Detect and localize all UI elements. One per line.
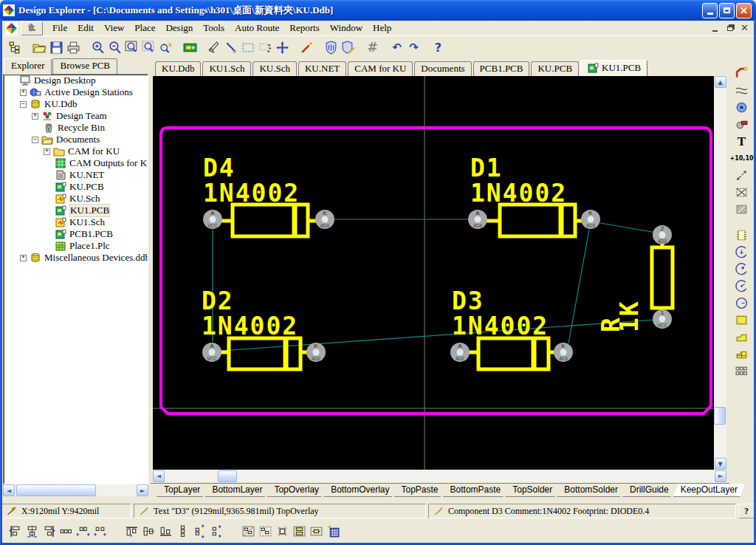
doc-tab-ku-sch[interactable]: KU.Sch: [252, 61, 297, 76]
zoom-document-button[interactable]: [140, 39, 157, 55]
pad[interactable]: A VCC: [203, 210, 222, 229]
scroll-up-icon[interactable]: ▲: [715, 76, 726, 88]
tree-item-ku-ddb[interactable]: −KU.Ddb: [4, 98, 148, 110]
expander-plus-icon[interactable]: +: [32, 113, 38, 120]
distribute-vertical-button[interactable]: [174, 523, 191, 539]
canvas-vscroll-thumb[interactable]: [714, 407, 726, 425]
arc-edge-button[interactable]: [733, 244, 750, 261]
polygon-plane-button[interactable]: [733, 329, 750, 346]
fill-tool-button[interactable]: [733, 312, 750, 329]
dimension-tool-button[interactable]: [733, 167, 750, 184]
layer-tab-keepoutlayer[interactable]: KeepOutLayer: [673, 484, 745, 497]
string-tool-button[interactable]: T: [733, 133, 750, 150]
tree-item-ku-net[interactable]: KU.NET: [4, 169, 148, 181]
interactive-placement-button[interactable]: [325, 523, 342, 539]
doc-tab-cam-for-ku[interactable]: CAM for KU: [348, 61, 413, 76]
tab-explorer[interactable]: Explorer: [4, 58, 52, 75]
via-tool-button[interactable]: [733, 116, 750, 133]
slice-track-button[interactable]: [223, 39, 240, 55]
status-help-button[interactable]: ?: [738, 504, 755, 518]
tree-item-cam-outputs[interactable]: CAM Outputs for KU: [4, 157, 148, 169]
pad[interactable]: K 4D2: [306, 343, 326, 362]
scroll-right-icon[interactable]: ►: [137, 484, 148, 496]
arrange-components-button[interactable]: [291, 523, 308, 539]
component-tool-button[interactable]: [733, 227, 750, 244]
align-middle-vertical-button[interactable]: [140, 523, 157, 539]
tree-scrollbar-thumb[interactable]: [16, 484, 96, 496]
expander-plus-icon[interactable]: +: [44, 148, 50, 155]
scroll-left-icon[interactable]: ◄: [153, 470, 165, 482]
move-button[interactable]: [274, 39, 291, 55]
tree-item-design-desktop[interactable]: Design Desktop: [4, 75, 148, 86]
expander-plus-icon[interactable]: +: [20, 255, 27, 261]
menu-window[interactable]: Window: [325, 21, 368, 35]
decrease-horizontal-spacing-button[interactable]: [92, 523, 109, 539]
pad-array-button[interactable]: [733, 363, 750, 380]
pad[interactable]: A 4D4: [468, 210, 487, 229]
layer-tab-drillguide[interactable]: DrillGuide: [622, 484, 676, 497]
redo-button[interactable]: ↷: [405, 39, 422, 55]
tree-item-cam-for-ku[interactable]: +CAM for KU: [4, 145, 148, 157]
close-button[interactable]: ✕: [736, 3, 752, 18]
arrange-outside-room-button[interactable]: [257, 523, 274, 539]
app-menu-icon[interactable]: [5, 22, 18, 35]
deselect-button[interactable]: [257, 39, 274, 55]
mdi-restore-button[interactable]: [724, 23, 736, 34]
layer-tab-toppaste[interactable]: TopPaste: [394, 484, 445, 497]
fill-hatch-button[interactable]: [733, 201, 750, 218]
pad[interactable]: A 4D2: [450, 343, 470, 362]
layer-tab-topsolder[interactable]: TopSolder: [505, 484, 560, 497]
mdi-close-button[interactable]: ✕: [738, 23, 751, 34]
increase-vertical-spacing-button[interactable]: [191, 523, 208, 539]
align-center-horizontal-button[interactable]: [24, 523, 41, 539]
pad[interactable]: A VCC: [202, 343, 221, 362]
canvas-hscroll-thumb[interactable]: [218, 470, 237, 482]
doc-tab-ku1-sch[interactable]: KU1.Sch: [202, 61, 251, 76]
tree-item-ku1-pcb[interactable]: KU1.PCB: [4, 205, 148, 216]
tree-item-misc-devices[interactable]: +Miscellaneous Devices.ddb: [4, 252, 148, 264]
glue-wand-button[interactable]: [298, 39, 315, 55]
tab-browse-pcb[interactable]: Browse PCB: [52, 58, 117, 74]
keepout-tool-button[interactable]: [733, 184, 750, 201]
menu-reports[interactable]: Reports: [284, 21, 324, 35]
menu-tools[interactable]: Tools: [198, 21, 230, 35]
tree-item-ku-pcb[interactable]: KU.PCB: [4, 181, 148, 193]
tree-item-design-team[interactable]: +Design Team: [4, 110, 148, 122]
zoom-point-button[interactable]: [157, 39, 174, 55]
tree-item-place1-plc[interactable]: Place1.Plc: [4, 240, 148, 252]
pad[interactable]: 1 VCC: [653, 309, 672, 329]
menu-file[interactable]: File: [47, 21, 72, 35]
zoom-in-button[interactable]: [89, 39, 106, 55]
zoom-out-button[interactable]: [106, 39, 123, 55]
scroll-right-icon[interactable]: ►: [715, 470, 726, 482]
pad[interactable]: K 4D3: [581, 210, 600, 229]
arrange-within-room-button[interactable]: [240, 523, 257, 539]
open-button[interactable]: [31, 39, 48, 55]
tree-item-ku1-sch[interactable]: KU1.Sch: [4, 216, 148, 228]
align-bottom-button[interactable]: [157, 523, 174, 539]
pad[interactable]: 2 4D3: [653, 225, 672, 244]
tree-item-documents[interactable]: −Documents: [4, 134, 148, 145]
arc-center-button[interactable]: [733, 261, 750, 278]
zoom-window-button[interactable]: [123, 39, 140, 55]
layer-tab-bottomlayer[interactable]: BottomLayer: [205, 484, 269, 497]
expander-minus-icon[interactable]: −: [20, 101, 27, 108]
scroll-left-icon[interactable]: ◄: [3, 484, 15, 496]
layer-tab-bottomsolder[interactable]: BottomSolder: [557, 484, 625, 497]
doc-tab-ku-ddb[interactable]: KU.Ddb: [155, 61, 201, 76]
layer-tab-bottomoverlay[interactable]: BottomOverlay: [323, 484, 396, 497]
tree-horizontal-scrollbar[interactable]: ◄ ►: [3, 484, 148, 496]
align-right-button[interactable]: [41, 523, 58, 539]
distribute-horizontal-button[interactable]: [58, 523, 75, 539]
doc-tab-pcb1-pcb[interactable]: PCB1.PCB: [473, 61, 530, 76]
scroll-down-icon[interactable]: ▼: [715, 458, 726, 470]
layer-tab-bottompaste[interactable]: BottomPaste: [443, 484, 509, 497]
layer-tab-toplayer[interactable]: TopLayer: [157, 484, 207, 497]
title-bar[interactable]: Design Explorer - [C:\Documents and Sett…: [0, 0, 756, 21]
move-to-grid-button[interactable]: [274, 523, 291, 539]
align-left-button[interactable]: [7, 523, 24, 539]
pad-tool-button[interactable]: [733, 99, 750, 116]
knife-button[interactable]: [206, 39, 223, 55]
doc-tab-documents[interactable]: Documents: [414, 61, 471, 76]
drc-batch-button[interactable]: [340, 39, 357, 55]
